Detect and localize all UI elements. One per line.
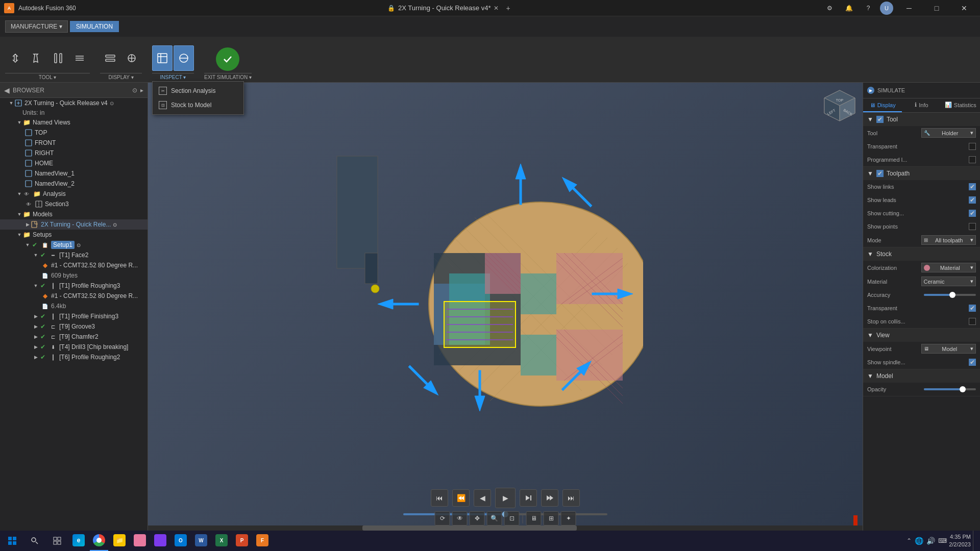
taskbar-app-edge[interactable]: e xyxy=(69,531,88,551)
tree-item-home[interactable]: HOME xyxy=(0,158,148,168)
tree-item-model-file[interactable]: ▶ 2X Turning - Quick Rele... ⊙ xyxy=(0,219,148,230)
notification-icon[interactable]: 🔔 xyxy=(841,3,856,14)
taskbar-app-5[interactable] xyxy=(151,531,169,551)
mode-select[interactable]: ⊞ All toolpath ▾ xyxy=(921,235,976,245)
tree-item-top[interactable]: TOP xyxy=(0,128,148,138)
toolpath-section-header[interactable]: ▼ ✔ Toolpath xyxy=(863,167,980,180)
colorization-select[interactable]: Material ▾ xyxy=(921,263,976,272)
tool-select[interactable]: 🔧 Holder ▾ xyxy=(921,128,976,138)
opacity-slider[interactable] xyxy=(924,388,976,390)
viewpoint-select[interactable]: 🖥 Model ▾ xyxy=(921,344,976,354)
settings-icon[interactable]: ⚙ xyxy=(822,3,837,14)
tool-section-header[interactable]: ▼ ✔ Tool xyxy=(863,113,980,126)
accuracy-thumb[interactable] xyxy=(949,292,955,298)
stock-section-header[interactable]: ▼ Stock xyxy=(863,247,980,261)
taskbar-app-explorer[interactable]: 📁 xyxy=(110,531,129,551)
section-analysis-item[interactable]: ✂ Section Analysis xyxy=(153,84,243,98)
accuracy-slider[interactable] xyxy=(924,294,976,296)
scrollbar-horizontal[interactable] xyxy=(148,525,863,531)
show-cutting-checkbox[interactable]: ✔ xyxy=(969,210,976,217)
minimize-button[interactable]: ─ xyxy=(897,0,921,16)
volume-icon[interactable]: 🔊 xyxy=(926,537,935,545)
skip-end-button[interactable]: ⏭ xyxy=(562,489,580,507)
tree-item-profile-roughing3[interactable]: ▼ ✔ ┃ [T1] Profile Roughing3 xyxy=(0,281,148,291)
pan-button[interactable]: ✥ xyxy=(470,511,485,525)
grid-button[interactable]: ⊞ xyxy=(544,511,559,525)
search-taskbar-button[interactable] xyxy=(24,531,45,551)
next-keyframe-button[interactable] xyxy=(541,489,558,507)
chevron-icon[interactable]: ⌃ xyxy=(906,537,912,544)
taskbar-app-fusion[interactable]: F xyxy=(253,531,272,551)
keyboard-icon[interactable]: ⌨ xyxy=(938,537,947,544)
taskbar-app-powerpoint[interactable]: P xyxy=(233,531,251,551)
tree-item-root[interactable]: ▼ 2X Turning - Quick Release v4 ⊙ xyxy=(0,98,148,108)
avatar[interactable]: U xyxy=(880,2,893,15)
viewport[interactable]: TOP LEFT BACK ⏮ ⏪ ◀ ▶ ⏭ xyxy=(148,83,863,531)
browser-back-icon[interactable]: ◀ xyxy=(4,86,10,94)
tab-statistics[interactable]: 📊 Statistics xyxy=(941,98,980,112)
display-btn-2[interactable] xyxy=(121,45,142,71)
prev-frame-button[interactable]: ◀ xyxy=(474,489,491,507)
tree-item-face2[interactable]: ▼ ✔ ━ [T1] Face2 xyxy=(0,250,148,260)
prev-keyframe-button[interactable]: ⏪ xyxy=(452,489,470,507)
zoom-button[interactable]: 🔍 xyxy=(487,511,502,525)
tree-item-tool2[interactable]: ◆ #1 - CCMT32.52 80 Degree R... xyxy=(0,291,148,301)
tree-item-models[interactable]: ▼ 📁 Models xyxy=(0,209,148,219)
new-tab-icon[interactable]: + xyxy=(506,4,510,12)
maximize-button[interactable]: □ xyxy=(925,0,948,16)
tree-item-namedview2[interactable]: NamedView_2 xyxy=(0,179,148,189)
tool-btn-4[interactable] xyxy=(69,45,90,71)
opacity-thumb[interactable] xyxy=(960,386,966,392)
network-icon[interactable]: 🌐 xyxy=(915,537,923,545)
tree-item-tool1[interactable]: ◆ #1 - CCMT32.52 80 Degree R... xyxy=(0,260,148,270)
stock-to-model-item[interactable]: ⊡ Stock to Model xyxy=(153,98,243,112)
close-button[interactable]: ✕ xyxy=(952,0,976,16)
close-doc-icon[interactable]: ✕ xyxy=(494,5,499,12)
task-view-button[interactable] xyxy=(47,531,67,551)
taskbar-app-excel[interactable]: X xyxy=(212,531,231,551)
toolpath-section-checkbox[interactable]: ✔ xyxy=(876,170,884,177)
exit-simulation-btn[interactable] xyxy=(216,47,239,71)
tool-btn-1[interactable] xyxy=(5,45,26,71)
stock-transparent-checkbox[interactable]: ✔ xyxy=(969,305,976,312)
scrollbar-h-thumb[interactable] xyxy=(362,525,577,531)
look-at-button[interactable]: 👁 xyxy=(452,511,468,525)
skip-start-button[interactable]: ⏮ xyxy=(431,489,448,507)
tree-item-setups[interactable]: ▼ 📁 Setups xyxy=(0,230,148,240)
show-points-checkbox[interactable] xyxy=(969,223,976,230)
taskbar-app-outlook[interactable]: O xyxy=(172,531,190,551)
tree-item-section3[interactable]: 👁 Section3 xyxy=(0,199,148,209)
show-desktop-button[interactable] xyxy=(973,531,976,551)
display-mode-button[interactable]: 🖥 xyxy=(526,511,542,525)
tree-item-right[interactable]: RIGHT xyxy=(0,148,148,158)
fit-button[interactable]: ⊡ xyxy=(504,511,520,525)
display-btn-1[interactable] xyxy=(100,45,120,71)
manufacture-button[interactable]: MANUFACTURE ▾ xyxy=(5,20,68,33)
show-spindle-checkbox[interactable]: ✔ xyxy=(969,359,976,366)
taskbar-app-word[interactable]: W xyxy=(192,531,210,551)
tree-item-front[interactable]: FRONT xyxy=(0,138,148,148)
tree-item-analysis[interactable]: ▼ 👁 📁 Analysis xyxy=(0,189,148,199)
view-cube[interactable]: TOP LEFT BACK xyxy=(822,88,857,123)
browser-settings-icon[interactable]: ⊙ xyxy=(132,87,137,94)
play-button[interactable]: ▶ xyxy=(495,488,516,508)
inspect-btn-2[interactable] xyxy=(174,45,194,71)
stop-collision-checkbox[interactable] xyxy=(969,318,976,325)
tree-item-drill3[interactable]: ▶ ✔ ⬇ [T4] Drill3 [Chip breaking] xyxy=(0,342,148,352)
tree-item-namedview1[interactable]: NamedView_1 xyxy=(0,168,148,179)
orbit-button[interactable]: ⟳ xyxy=(435,511,450,525)
browser-expand-icon[interactable]: ▸ xyxy=(140,87,143,94)
tool-btn-3[interactable] xyxy=(48,45,68,71)
tool-section-checkbox[interactable]: ✔ xyxy=(876,116,884,123)
tree-item-profile-finishing3[interactable]: ▶ ✔ ┃ [T1] Profile Finishing3 xyxy=(0,311,148,321)
help-icon[interactable]: ? xyxy=(861,3,876,14)
tree-item-setup1[interactable]: ▼ ✔ 📋 Setup1 ⊙ xyxy=(0,240,148,250)
inspect-group-label[interactable]: INSPECT ▾ xyxy=(152,73,194,80)
tab-display[interactable]: 🖥 Display xyxy=(863,98,902,112)
tree-item-named-views[interactable]: ▼ 📁 Named Views xyxy=(0,117,148,128)
transparent-checkbox[interactable] xyxy=(969,143,976,150)
simulation-tab[interactable]: SIMULATION xyxy=(70,21,119,32)
tab-info[interactable]: ℹ Info xyxy=(902,98,941,112)
tool-btn-2[interactable] xyxy=(27,45,47,71)
start-button[interactable] xyxy=(2,531,22,551)
